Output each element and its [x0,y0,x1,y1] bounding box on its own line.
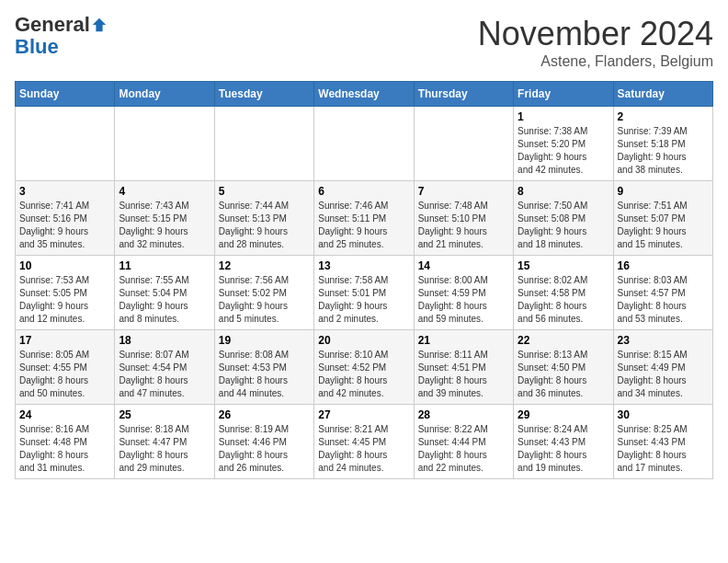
day-number: 22 [518,334,609,347]
calendar-day-cell [214,107,313,181]
day-info: Sunrise: 8:15 AM Sunset: 4:49 PM Dayligh… [618,349,709,400]
logo: General Blue [15,15,108,59]
day-number: 11 [119,259,210,272]
day-number: 30 [618,408,709,421]
calendar-day-cell: 30Sunrise: 8:25 AM Sunset: 4:43 PM Dayli… [613,405,712,479]
day-info: Sunrise: 7:39 AM Sunset: 5:18 PM Dayligh… [618,125,709,177]
day-info: Sunrise: 8:10 AM Sunset: 4:52 PM Dayligh… [318,349,409,400]
day-number: 26 [219,408,310,421]
month-title: November 2024 [478,15,713,53]
day-number: 2 [618,110,709,123]
day-info: Sunrise: 8:11 AM Sunset: 4:51 PM Dayligh… [418,349,509,400]
day-number: 12 [219,259,310,272]
calendar-day-cell: 19Sunrise: 8:08 AM Sunset: 4:53 PM Dayli… [214,330,313,405]
calendar-day-cell: 29Sunrise: 8:24 AM Sunset: 4:43 PM Dayli… [514,405,613,479]
day-info: Sunrise: 7:46 AM Sunset: 5:11 PM Dayligh… [318,200,409,251]
calendar-day-cell: 11Sunrise: 7:55 AM Sunset: 5:04 PM Dayli… [115,256,214,330]
weekday-header-cell: Thursday [414,82,513,107]
calendar-day-cell: 4Sunrise: 7:43 AM Sunset: 5:15 PM Daylig… [115,181,214,256]
calendar-day-cell [414,107,513,181]
day-info: Sunrise: 8:03 AM Sunset: 4:57 PM Dayligh… [618,274,709,326]
day-number: 17 [19,334,110,347]
day-info: Sunrise: 8:18 AM Sunset: 4:47 PM Dayligh… [119,423,210,475]
weekday-header-cell: Tuesday [214,82,313,107]
day-info: Sunrise: 7:55 AM Sunset: 5:04 PM Dayligh… [119,274,210,326]
day-info: Sunrise: 7:56 AM Sunset: 5:02 PM Dayligh… [219,274,310,326]
day-info: Sunrise: 8:21 AM Sunset: 4:45 PM Dayligh… [318,423,409,475]
day-number: 18 [119,334,210,347]
logo-icon [91,17,108,33]
day-info: Sunrise: 8:00 AM Sunset: 4:59 PM Dayligh… [418,274,509,326]
day-info: Sunrise: 8:22 AM Sunset: 4:44 PM Dayligh… [418,423,509,475]
calendar-week-row: 1Sunrise: 7:38 AM Sunset: 5:20 PM Daylig… [16,107,713,181]
calendar-day-cell: 24Sunrise: 8:16 AM Sunset: 4:48 PM Dayli… [16,405,115,479]
calendar-day-cell: 8Sunrise: 7:50 AM Sunset: 5:08 PM Daylig… [514,181,613,256]
calendar-day-cell: 6Sunrise: 7:46 AM Sunset: 5:11 PM Daylig… [314,181,414,256]
calendar-day-cell: 14Sunrise: 8:00 AM Sunset: 4:59 PM Dayli… [414,256,513,330]
calendar-week-row: 24Sunrise: 8:16 AM Sunset: 4:48 PM Dayli… [16,405,713,479]
day-info: Sunrise: 7:44 AM Sunset: 5:13 PM Dayligh… [219,200,310,251]
calendar-day-cell: 5Sunrise: 7:44 AM Sunset: 5:13 PM Daylig… [214,181,313,256]
day-number: 23 [618,334,709,347]
day-number: 5 [219,185,310,198]
calendar-day-cell: 17Sunrise: 8:05 AM Sunset: 4:55 PM Dayli… [16,330,115,405]
calendar-day-cell: 16Sunrise: 8:03 AM Sunset: 4:57 PM Dayli… [613,256,712,330]
calendar-day-cell [115,107,214,181]
day-number: 28 [418,408,509,421]
day-info: Sunrise: 8:07 AM Sunset: 4:54 PM Dayligh… [119,349,210,400]
weekday-header-cell: Friday [514,82,613,107]
day-number: 3 [19,185,110,198]
calendar-day-cell: 23Sunrise: 8:15 AM Sunset: 4:49 PM Dayli… [613,330,712,405]
calendar-body: 1Sunrise: 7:38 AM Sunset: 5:20 PM Daylig… [16,107,713,479]
calendar-day-cell [16,107,115,181]
day-info: Sunrise: 8:25 AM Sunset: 4:43 PM Dayligh… [618,423,709,475]
day-number: 25 [119,408,210,421]
weekday-header-cell: Sunday [16,82,115,107]
logo-general-text: General [15,15,90,35]
calendar-day-cell: 26Sunrise: 8:19 AM Sunset: 4:46 PM Dayli… [214,405,313,479]
calendar-day-cell: 15Sunrise: 8:02 AM Sunset: 4:58 PM Dayli… [514,256,613,330]
day-info: Sunrise: 8:19 AM Sunset: 4:46 PM Dayligh… [219,423,310,475]
logo-blue-text: Blue [15,35,59,58]
calendar-day-cell [314,107,414,181]
calendar-day-cell: 9Sunrise: 7:51 AM Sunset: 5:07 PM Daylig… [613,181,712,256]
day-number: 27 [318,408,409,421]
weekday-header-row: SundayMondayTuesdayWednesdayThursdayFrid… [16,82,713,107]
day-info: Sunrise: 8:24 AM Sunset: 4:43 PM Dayligh… [518,423,609,475]
day-number: 21 [418,334,509,347]
calendar-day-cell: 2Sunrise: 7:39 AM Sunset: 5:18 PM Daylig… [613,107,712,181]
calendar-day-cell: 20Sunrise: 8:10 AM Sunset: 4:52 PM Dayli… [314,330,414,405]
day-info: Sunrise: 7:38 AM Sunset: 5:20 PM Dayligh… [518,125,609,177]
calendar-day-cell: 10Sunrise: 7:53 AM Sunset: 5:05 PM Dayli… [16,256,115,330]
day-number: 29 [518,408,609,421]
day-number: 7 [418,185,509,198]
calendar-day-cell: 7Sunrise: 7:48 AM Sunset: 5:10 PM Daylig… [414,181,513,256]
day-number: 24 [19,408,110,421]
day-info: Sunrise: 7:41 AM Sunset: 5:16 PM Dayligh… [19,200,110,251]
day-info: Sunrise: 7:58 AM Sunset: 5:01 PM Dayligh… [318,274,409,326]
svg-marker-0 [93,18,106,31]
day-info: Sunrise: 8:02 AM Sunset: 4:58 PM Dayligh… [518,274,609,326]
location-title: Astene, Flanders, Belgium [478,53,713,70]
day-number: 13 [318,259,409,272]
day-info: Sunrise: 8:05 AM Sunset: 4:55 PM Dayligh… [19,349,110,400]
day-info: Sunrise: 8:16 AM Sunset: 4:48 PM Dayligh… [19,423,110,475]
day-number: 4 [119,185,210,198]
calendar-day-cell: 22Sunrise: 8:13 AM Sunset: 4:50 PM Dayli… [514,330,613,405]
day-number: 9 [618,185,709,198]
calendar-day-cell: 27Sunrise: 8:21 AM Sunset: 4:45 PM Dayli… [314,405,414,479]
weekday-header-cell: Wednesday [314,82,414,107]
day-info: Sunrise: 7:43 AM Sunset: 5:15 PM Dayligh… [119,200,210,251]
weekday-header-cell: Monday [115,82,214,107]
day-info: Sunrise: 7:51 AM Sunset: 5:07 PM Dayligh… [618,200,709,251]
day-info: Sunrise: 7:50 AM Sunset: 5:08 PM Dayligh… [518,200,609,251]
day-info: Sunrise: 8:08 AM Sunset: 4:53 PM Dayligh… [219,349,310,400]
day-number: 16 [618,259,709,272]
calendar-day-cell: 25Sunrise: 8:18 AM Sunset: 4:47 PM Dayli… [115,405,214,479]
calendar-day-cell: 12Sunrise: 7:56 AM Sunset: 5:02 PM Dayli… [214,256,313,330]
calendar-day-cell: 28Sunrise: 8:22 AM Sunset: 4:44 PM Dayli… [414,405,513,479]
calendar-day-cell: 3Sunrise: 7:41 AM Sunset: 5:16 PM Daylig… [16,181,115,256]
calendar-week-row: 17Sunrise: 8:05 AM Sunset: 4:55 PM Dayli… [16,330,713,405]
day-number: 19 [219,334,310,347]
day-number: 20 [318,334,409,347]
